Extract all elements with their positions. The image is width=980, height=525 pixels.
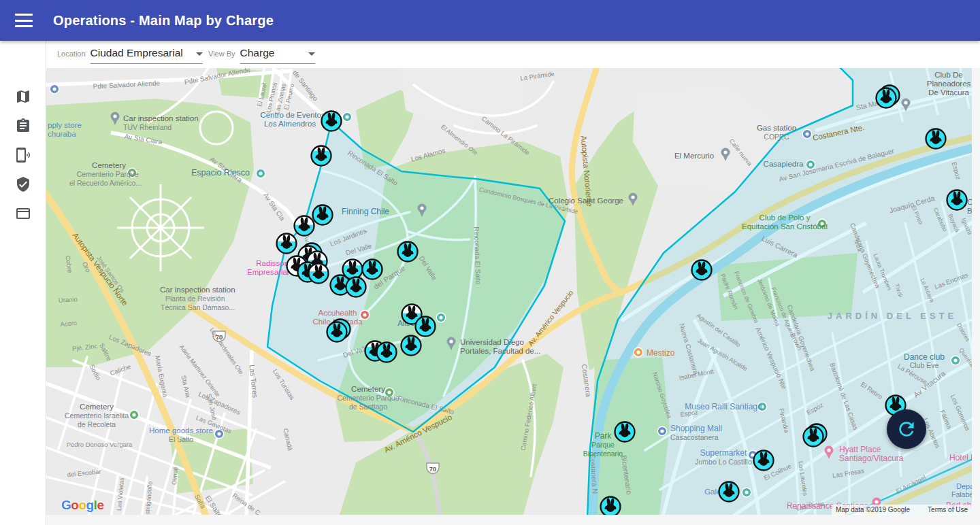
map-label: Museo Ralli Santiago [685, 402, 762, 411]
map-label: Hotel Marriott [949, 453, 972, 462]
attribution-text: Map data ©2019 Google [836, 506, 910, 513]
vehicle-marker[interactable] [692, 260, 712, 280]
map-label: Mestizo [647, 348, 675, 358]
map-poi[interactable] [657, 426, 667, 436]
filter-toolbar: Location Ciudad Empresarial View By Char… [46, 41, 980, 68]
map-poi[interactable] [802, 129, 812, 139]
left-sidebar [0, 41, 46, 525]
location-value: Ciudad Empresarial [91, 47, 183, 59]
map-label: Falabella Parque [951, 490, 972, 498]
refresh-icon [896, 418, 917, 440]
map-label: Dance club [904, 352, 945, 362]
sidebar-item-assignments[interactable] [15, 118, 31, 134]
vehicle-marker[interactable] [615, 422, 635, 442]
map-label: Supermarket [700, 448, 747, 458]
map-label: Shopping Mall [670, 424, 722, 433]
phone-ring-icon [15, 147, 31, 163]
vehicle-marker[interactable] [313, 205, 333, 225]
google-logo-letter: g [86, 498, 94, 512]
vehicle-marker[interactable] [377, 343, 397, 362]
map-label: Uranio [58, 295, 78, 304]
map-poi[interactable] [634, 348, 643, 357]
vehicle-marker[interactable] [402, 336, 421, 356]
map-poi[interactable] [436, 313, 446, 322]
google-logo-letter: e [97, 498, 103, 512]
chevron-down-icon [196, 52, 203, 56]
vehicle-marker[interactable] [947, 190, 967, 210]
map-label: El Salto [169, 435, 193, 443]
map-label: Pedro Donoso Vergara [67, 441, 133, 448]
map-label: Cementerio Israelita [65, 411, 129, 420]
map-poi[interactable] [342, 112, 352, 122]
map-label: Jumbo Lo Castillo [695, 458, 752, 466]
viewby-label: View By [208, 50, 235, 58]
vehicle-marker[interactable] [926, 129, 946, 149]
refresh-button[interactable] [887, 409, 926, 449]
map-label: Universidad Diego [460, 338, 524, 346]
google-logo-letter: o [71, 498, 78, 512]
map-poi[interactable] [129, 410, 139, 420]
vehicle-marker[interactable] [719, 482, 739, 502]
vehicle-marker[interactable] [309, 264, 329, 284]
map-label: pply store [48, 121, 82, 129]
map-label: Home goods store [149, 426, 213, 435]
map-label: Parque [591, 441, 615, 449]
map-poi[interactable] [50, 84, 59, 94]
map-label: Gas station [757, 124, 796, 132]
map-label: Técnica San Dámaso... [161, 303, 235, 311]
map-label: Espacio Riesco [191, 168, 250, 177]
map-label: Club Eve [910, 361, 939, 369]
map-label: Cementerio Parque [337, 394, 399, 402]
map-label: TUV Rheinland [123, 123, 172, 131]
map-label: Casacostanera [670, 433, 719, 441]
map-label: el Recuerdo Américo... [69, 179, 142, 187]
vehicle-marker[interactable] [416, 317, 436, 337]
map-label: De Vitacura [928, 88, 969, 97]
vehicle-marker[interactable] [322, 112, 342, 131]
map-label: El Mercurio [674, 152, 714, 160]
map-label: Santiago/Vitacura [839, 454, 904, 463]
route-shield: 70 [427, 463, 439, 474]
vehicle-marker[interactable] [295, 216, 314, 236]
vehicle-marker[interactable] [277, 234, 297, 254]
terms-link[interactable]: Terms of Use [928, 506, 968, 513]
map-label: Cemetery [80, 403, 114, 411]
app-header: Operations - Main Map by Charge [0, 0, 980, 41]
vehicle-marker[interactable] [312, 146, 331, 166]
google-logo[interactable]: Google [61, 498, 103, 513]
map-attribution: Map data ©2019 Google Terms of Use [832, 505, 972, 515]
map-poi[interactable] [256, 169, 265, 178]
sidebar-item-devices[interactable] [15, 147, 31, 163]
google-logo-letter: o [78, 498, 86, 512]
vehicle-marker[interactable] [601, 497, 621, 515]
map-label: Cemetery [351, 385, 385, 393]
sidebar-item-billing[interactable] [15, 205, 31, 222]
sidebar-item-map[interactable] [15, 88, 31, 105]
sidebar-item-security[interactable] [15, 176, 31, 192]
map-poi[interactable] [951, 356, 960, 365]
map-label: Club De [934, 71, 963, 79]
map-label: de Recoleta [78, 420, 116, 428]
vehicle-marker[interactable] [398, 242, 418, 262]
map-label: Colegio Saint George [549, 197, 623, 205]
map-label: de Santiago [349, 403, 387, 411]
map-label: Car inspection station [123, 114, 199, 122]
vehicle-marker[interactable] [363, 260, 382, 280]
map-label: Planta de Revisión [165, 294, 225, 303]
chevron-down-icon [308, 52, 315, 56]
map-label: Departamento [956, 482, 972, 490]
map-canvas[interactable]: 7070 Pdte Salvador AllendePdte Salvador … [46, 68, 972, 515]
viewby-select[interactable]: Charge [240, 47, 315, 64]
map-label: Equitación San Cristóbal [742, 222, 828, 231]
vehicle-marker[interactable] [346, 277, 366, 297]
location-select[interactable]: Ciudad Empresarial [91, 47, 203, 64]
viewby-field: View By Charge [208, 47, 315, 64]
vehicle-marker[interactable] [754, 451, 774, 471]
location-field: Location Ciudad Empresarial [57, 47, 203, 64]
shield-check-icon [15, 176, 31, 192]
map-label: JARDÍN DEL ESTE [828, 311, 957, 321]
map-label: Los Almendros [264, 120, 316, 128]
menu-icon[interactable] [15, 14, 33, 27]
map-label: Park [595, 431, 612, 441]
map-poi[interactable] [742, 488, 751, 497]
